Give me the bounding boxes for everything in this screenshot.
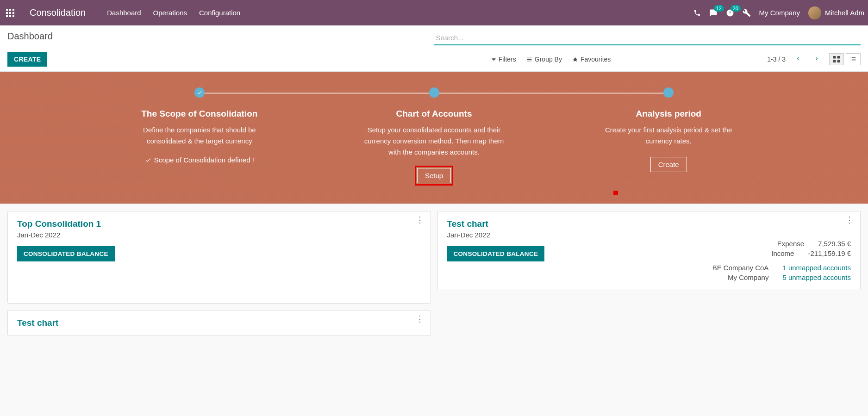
- svg-rect-9: [833, 56, 836, 58]
- pager-prev[interactable]: [792, 54, 804, 65]
- card-title: Test chart: [17, 318, 421, 328]
- step-dot-done: [194, 87, 205, 98]
- mapping-label: BE Company CoA: [556, 264, 768, 272]
- phone-icon[interactable]: [693, 9, 701, 17]
- mapping-label: My Company: [556, 273, 768, 281]
- favourites-dropdown[interactable]: Favourites: [572, 56, 611, 63]
- finance-row: Income -211,159.19 €: [556, 248, 851, 258]
- consolidated-balance-button[interactable]: CONSOLIDATED BALANCE: [17, 246, 115, 261]
- svg-rect-5: [12, 12, 14, 14]
- card-title: Test chart: [447, 219, 851, 229]
- unmapped-link[interactable]: 1 unmapped accounts: [782, 264, 851, 272]
- groupby-label: Group By: [535, 56, 562, 63]
- finance-label: Expense: [556, 240, 804, 248]
- breadcrumb: Dashboard: [7, 31, 53, 42]
- company-name: My Company: [759, 9, 800, 17]
- onboarding-step-period: Analysis period Create your first analys…: [551, 87, 786, 183]
- control-panel: Dashboard CREATE Filters Group By Favour…: [0, 25, 868, 72]
- company-switcher[interactable]: My Company: [759, 9, 800, 17]
- card-title: Top Consolidation 1: [17, 219, 421, 229]
- finance-value: 7,529.35 €: [818, 240, 851, 248]
- chevron-left-icon: [795, 56, 801, 62]
- user-name: Mitchell Adm: [825, 9, 864, 17]
- cursor-indicator: [613, 191, 618, 195]
- create-period-button[interactable]: Create: [650, 157, 687, 172]
- finance-value: -211,159.19 €: [808, 249, 851, 257]
- nav-menu-configuration[interactable]: Configuration: [199, 9, 240, 17]
- activities-badge: 20: [731, 5, 741, 12]
- kanban-view: ⋮ Top Consolidation 1 Jan-Dec 2022 CONSO…: [0, 204, 868, 343]
- onboarding-step-coa: Chart of Accounts Setup your consolidate…: [317, 87, 551, 183]
- step-desc: Setup your consolidated accounts and the…: [362, 124, 506, 158]
- kanban-view-button[interactable]: [829, 53, 844, 65]
- step-dot: [429, 87, 439, 98]
- nav-menu: Dashboard Operations Configuration: [107, 9, 240, 17]
- finance-row: Expense 7,529.35 €: [556, 239, 851, 248]
- list-view-icon: [850, 56, 856, 62]
- list-icon: [526, 56, 532, 62]
- pager-next[interactable]: [811, 54, 823, 65]
- step-status: Scope of Consolidation defined !: [145, 156, 254, 164]
- svg-rect-7: [9, 15, 11, 17]
- svg-rect-8: [12, 15, 14, 17]
- card-menu-icon[interactable]: ⋮: [416, 218, 424, 222]
- step-title: Analysis period: [561, 109, 777, 119]
- messages-icon[interactable]: 12: [709, 9, 718, 17]
- step-desc: Define the companies that should be cons…: [128, 124, 271, 147]
- nav-menu-operations[interactable]: Operations: [153, 9, 187, 17]
- user-avatar: [808, 6, 821, 19]
- step-status-text: Scope of Consolidation defined !: [154, 156, 254, 164]
- filters-label: Filters: [499, 56, 516, 63]
- filters-dropdown[interactable]: Filters: [491, 56, 516, 63]
- card-menu-icon[interactable]: ⋮: [845, 218, 854, 222]
- apps-icon[interactable]: [4, 6, 17, 19]
- card-period: Jan-Dec 2022: [447, 231, 851, 239]
- pager-text: 1-3 / 3: [767, 56, 786, 63]
- svg-rect-0: [6, 9, 8, 11]
- card-menu-icon[interactable]: ⋮: [416, 317, 424, 321]
- nav-right: 12 20 My Company Mitchell Adm: [693, 6, 864, 19]
- kanban-card[interactable]: ⋮ Test chart: [7, 310, 431, 336]
- svg-rect-4: [9, 12, 11, 14]
- check-icon: [197, 90, 202, 95]
- svg-rect-3: [6, 12, 8, 14]
- chevron-right-icon: [813, 56, 820, 62]
- unmapped-link[interactable]: 5 unmapped accounts: [782, 273, 851, 281]
- kanban-card[interactable]: ⋮ Top Consolidation 1 Jan-Dec 2022 CONSO…: [7, 211, 431, 304]
- svg-rect-2: [12, 9, 14, 11]
- search-wrap: [434, 31, 861, 45]
- step-title: Chart of Accounts: [326, 109, 542, 119]
- setup-button[interactable]: Setup: [417, 168, 451, 183]
- svg-rect-6: [6, 15, 8, 17]
- svg-rect-10: [837, 56, 840, 58]
- step-desc: Create your first analysis period & set …: [597, 124, 740, 147]
- card-period: Jan-Dec 2022: [17, 231, 421, 239]
- activities-icon[interactable]: 20: [726, 9, 734, 17]
- svg-rect-1: [9, 9, 11, 11]
- mapping-row: My Company 5 unmapped accounts: [556, 273, 851, 282]
- finance-label: Income: [556, 249, 794, 257]
- messages-badge: 12: [714, 5, 724, 12]
- onboarding-step-scope: The Scope of Consolidation Define the co…: [82, 87, 317, 183]
- onboarding-banner: The Scope of Consolidation Define the co…: [0, 72, 868, 204]
- kanban-card[interactable]: ⋮ Test chart Jan-Dec 2022 CONSOLIDATED B…: [437, 211, 861, 290]
- view-switcher: [829, 53, 861, 65]
- favourites-label: Favourites: [581, 56, 611, 63]
- svg-rect-12: [837, 60, 840, 62]
- consolidated-balance-button[interactable]: CONSOLIDATED BALANCE: [447, 246, 545, 261]
- list-view-button[interactable]: [846, 53, 861, 65]
- nav-menu-dashboard[interactable]: Dashboard: [107, 9, 141, 17]
- step-dot: [663, 87, 674, 98]
- kanban-icon: [833, 56, 840, 62]
- check-icon: [145, 157, 151, 163]
- user-menu[interactable]: Mitchell Adm: [808, 6, 864, 19]
- mapping-row: BE Company CoA 1 unmapped accounts: [556, 263, 851, 273]
- step-title: The Scope of Consolidation: [92, 109, 308, 119]
- debug-icon[interactable]: [743, 9, 751, 17]
- create-button[interactable]: CREATE: [7, 52, 47, 67]
- nav-left: Consolidation Dashboard Operations Confi…: [4, 6, 240, 19]
- app-brand[interactable]: Consolidation: [25, 7, 90, 18]
- star-icon: [572, 56, 578, 62]
- search-input[interactable]: [434, 31, 861, 45]
- groupby-dropdown[interactable]: Group By: [526, 56, 562, 63]
